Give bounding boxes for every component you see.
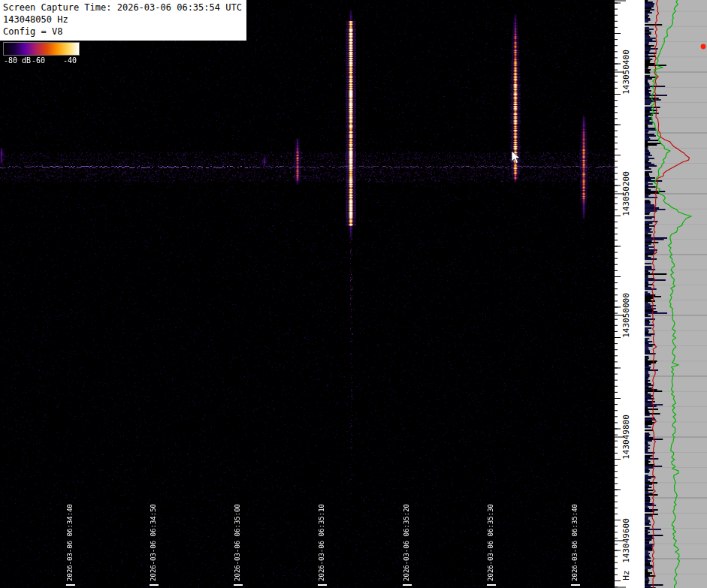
freq-axis-label: 143050000	[621, 293, 631, 338]
freq-axis-label: 143049800	[621, 415, 631, 460]
legend-db-min: -80 dB	[4, 56, 31, 65]
waterfall-spectrogram[interactable]	[0, 0, 615, 588]
capture-time-text: Screen Capture Time: 2026-03-06 06:35:54…	[3, 2, 242, 14]
mouse-cursor	[511, 150, 521, 165]
freq-axis-label: 143050400	[621, 50, 631, 95]
capture-info-box: Screen Capture Time: 2026-03-06 06:35:54…	[0, 0, 246, 41]
legend-db-max: -40	[63, 56, 77, 65]
spectrum-capture-window: 2026-03-06 06:34:402026-03-06 06:34:5020…	[0, 0, 707, 588]
color-scale-labels: -80 dB -60 -40	[3, 56, 81, 66]
color-scale-legend: -80 dB -60 -40	[3, 42, 81, 66]
legend-db-mid: -60	[32, 56, 45, 65]
spectrum-panel	[645, 0, 707, 588]
live-spectrum-plot	[645, 0, 707, 588]
frequency-ruler: Hz 1430504001430502001430500001430498001…	[615, 0, 645, 588]
freq-axis-label: 143050200	[621, 171, 631, 216]
frequency-unit-label: Hz	[621, 570, 631, 580]
color-scale-gradient	[3, 42, 80, 56]
config-text: Config = V8	[3, 26, 242, 38]
center-frequency-text: 143048050 Hz	[3, 14, 242, 26]
freq-axis-label: 143049600	[621, 518, 631, 563]
